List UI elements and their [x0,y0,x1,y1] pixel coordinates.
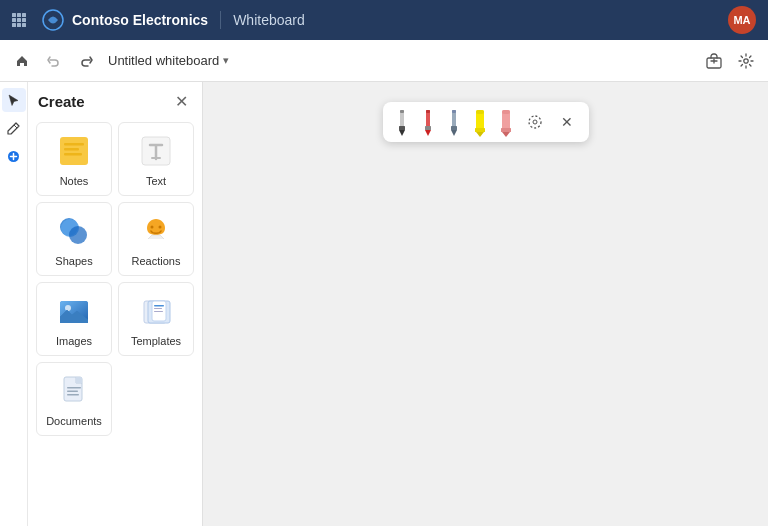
breadcrumb: Untitled whiteboard ▾ [108,53,229,68]
notes-label: Notes [60,175,89,187]
svg-marker-52 [476,132,484,137]
svg-rect-7 [17,23,21,27]
templates-label: Templates [131,335,181,347]
svg-rect-39 [399,126,405,130]
pen-3-item[interactable] [443,106,465,138]
svg-rect-43 [425,126,431,130]
select-tool-button[interactable] [2,88,26,112]
reactions-icon [138,213,174,249]
svg-rect-1 [17,13,21,17]
svg-marker-48 [451,130,457,136]
svg-rect-36 [67,391,78,393]
app-logo: Contoso Electronics [12,9,208,31]
svg-rect-14 [64,143,84,146]
share-button[interactable] [700,47,728,75]
svg-rect-15 [64,148,79,151]
text-icon [138,133,174,169]
svg-marker-44 [425,130,431,136]
pen-toolbar: ✕ [383,102,589,142]
notes-icon [56,133,92,169]
pen-tool-button[interactable] [2,116,26,140]
redo-button[interactable] [72,47,100,75]
reactions-label: Reactions [132,255,181,267]
svg-rect-13 [60,137,88,165]
nav-separator [220,11,221,29]
svg-rect-55 [501,128,511,132]
svg-rect-45 [426,110,430,113]
svg-rect-18 [151,157,161,159]
svg-rect-8 [22,23,26,27]
svg-rect-31 [154,308,162,309]
svg-rect-57 [502,110,510,114]
create-panel-header: Create ✕ [36,90,194,112]
svg-point-11 [744,58,748,62]
svg-rect-47 [451,126,457,130]
svg-rect-35 [67,387,81,389]
svg-rect-34 [76,377,82,383]
svg-point-59 [533,120,537,124]
app-name: Contoso Electronics [72,12,208,28]
create-item-templates[interactable]: Templates [118,282,194,356]
svg-rect-49 [452,110,456,113]
images-label: Images [56,335,92,347]
breadcrumb-text: Untitled whiteboard [108,53,219,68]
svg-rect-32 [154,311,163,312]
create-item-images[interactable]: Images [36,282,112,356]
templates-icon [138,293,174,329]
lasso-tool-button[interactable] [521,108,549,136]
create-item-reactions[interactable]: Reactions [118,202,194,276]
svg-point-23 [159,226,162,229]
text-label: Text [146,175,166,187]
create-item-notes[interactable]: Notes [36,122,112,196]
pen-2-item[interactable] [417,106,439,138]
svg-marker-40 [399,130,405,136]
canvas-area[interactable]: ✕ [203,82,768,526]
nav-page-title: Whiteboard [233,12,305,28]
settings-button[interactable] [732,47,760,75]
svg-point-58 [529,116,541,128]
grid-icon [12,13,26,27]
home-button[interactable] [8,47,36,75]
pen-5-item[interactable] [495,106,517,138]
svg-point-22 [151,226,154,229]
create-item-text[interactable]: Text [118,122,194,196]
svg-marker-56 [502,132,510,137]
svg-rect-6 [12,23,16,27]
add-tool-button[interactable] [2,144,26,168]
svg-rect-3 [12,18,16,22]
pen-4-item[interactable] [469,106,491,138]
svg-rect-37 [67,394,79,396]
top-nav: Contoso Electronics Whiteboard MA [0,0,768,40]
svg-rect-51 [475,128,485,132]
svg-rect-16 [64,153,82,156]
close-pen-toolbar-button[interactable]: ✕ [553,108,581,136]
left-sidebar [0,82,28,526]
toolbar-row: Untitled whiteboard ▾ [0,40,768,82]
documents-label: Documents [46,415,102,427]
svg-rect-41 [400,110,404,113]
svg-rect-53 [476,110,484,114]
create-panel: Create ✕ Notes [28,82,203,526]
create-grid: Notes Text [36,122,194,436]
main-area: Create ✕ Notes [0,82,768,526]
create-item-documents[interactable]: Documents [36,362,112,436]
svg-rect-5 [22,18,26,22]
svg-rect-4 [17,18,21,22]
breadcrumb-chevron-icon: ▾ [223,54,229,67]
svg-point-26 [65,305,71,311]
user-avatar[interactable]: MA [728,6,756,34]
documents-icon [56,373,92,409]
create-item-shapes[interactable]: Shapes [36,202,112,276]
svg-point-21 [69,226,87,244]
shapes-label: Shapes [55,255,92,267]
undo-button[interactable] [40,47,68,75]
close-create-panel-button[interactable]: ✕ [170,90,192,112]
shapes-icon [56,213,92,249]
svg-rect-2 [22,13,26,17]
svg-rect-30 [154,305,164,307]
create-panel-title: Create [38,93,85,110]
images-icon [56,293,92,329]
svg-rect-0 [12,13,16,17]
pen-1-item[interactable] [391,106,413,138]
contoso-logo-icon [42,9,64,31]
